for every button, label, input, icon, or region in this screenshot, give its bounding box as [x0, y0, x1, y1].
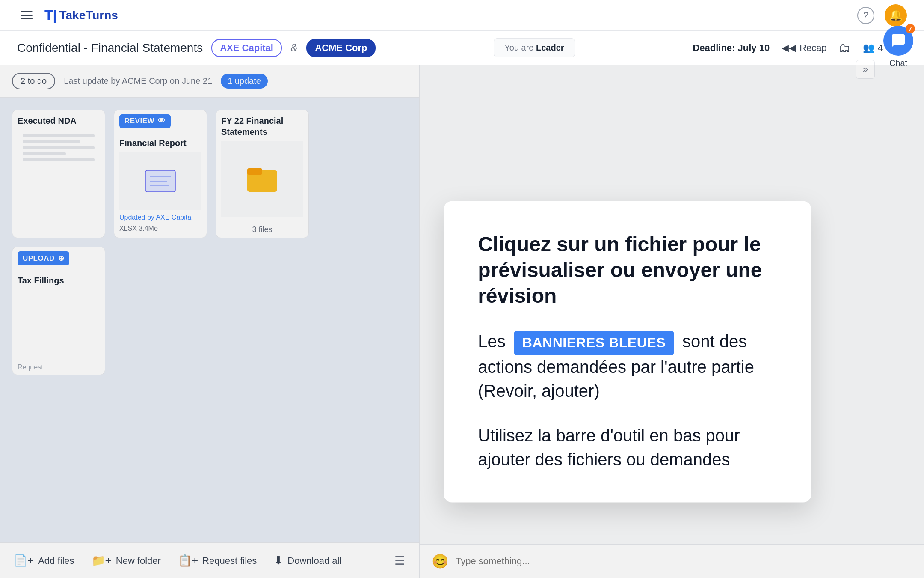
chat-badge: 7 — [906, 24, 915, 33]
file-card-body: Executed NDA — [12, 110, 105, 238]
add-files-icon: 📄+ — [14, 554, 34, 567]
logo-text: TakeTurns — [59, 9, 118, 22]
file-grid: Executed NDA REVIEW — [12, 110, 407, 375]
file-card-header-review: REVIEW 👁 — [114, 110, 207, 132]
new-folder-icon: 📁+ — [92, 554, 112, 567]
file-name-executed-nda: Executed NDA — [18, 115, 100, 126]
nda-line — [23, 152, 66, 155]
recap-button[interactable]: ◀◀ Recap — [782, 42, 827, 54]
nda-line — [23, 140, 80, 143]
nda-line — [23, 134, 95, 137]
new-folder-label: New folder — [116, 555, 161, 566]
file-name-tax-fillings: Tax Fillings — [18, 275, 100, 286]
review-label: REVIEW — [124, 117, 154, 125]
file-card-body-report: Financial Report Updated by AXE Capital … — [114, 132, 207, 238]
list-view-icon[interactable]: ☰ — [394, 554, 405, 568]
request-files-button[interactable]: 📋+ Request files — [178, 554, 257, 567]
help-icon[interactable]: ? — [857, 7, 874, 24]
party-tag-axe[interactable]: AXE Capital — [211, 39, 282, 57]
chat-icon — [891, 33, 906, 48]
file-panel: 2 to do Last update by ACME Corp on June… — [0, 65, 419, 578]
you-are-label: You are — [504, 43, 533, 52]
nda-preview — [18, 130, 100, 166]
chat-input-area: 😊 — [420, 544, 924, 578]
file-meta-updated: Updated by AXE Capital — [119, 214, 201, 221]
new-folder-button[interactable]: 📁+ New folder — [92, 554, 161, 567]
request-files-icon: 📋+ — [178, 554, 198, 567]
upload-icon: ⊕ — [58, 254, 65, 263]
header-row: Confidential - Financial Statements AXE … — [0, 31, 924, 65]
collapse-button[interactable]: » — [856, 60, 875, 79]
todo-badge[interactable]: 2 to do — [12, 73, 55, 89]
logo: T| TakeTurns — [44, 7, 118, 23]
file-card-tax-fillings[interactable]: UPLOAD ⊕ Tax Fillings Request — [12, 247, 105, 375]
recap-icon: ◀◀ — [782, 42, 796, 54]
file-name-financial-report: Financial Report — [119, 137, 201, 149]
you-are-badge: You are Leader — [494, 38, 575, 57]
review-banner: REVIEW 👁 — [119, 114, 171, 128]
chat-input[interactable] — [456, 556, 912, 567]
logo-icon: T| — [44, 7, 57, 23]
add-files-button[interactable]: 📄+ Add files — [14, 554, 74, 567]
file-preview-area-fy22 — [221, 141, 303, 217]
nda-line — [23, 146, 95, 149]
eye-icon: 👁 — [158, 117, 166, 125]
modal-section-1: Les BANNIERES BLEUES sont des actions de… — [478, 329, 777, 403]
file-card-executed-nda[interactable]: Executed NDA — [12, 110, 105, 238]
topbar-right: ? 🔔 — [857, 4, 907, 27]
topbar: T| TakeTurns ? 🔔 — [0, 0, 924, 31]
svg-rect-5 — [247, 168, 262, 175]
file-preview-area — [119, 152, 201, 210]
download-all-label: Download all — [287, 555, 341, 566]
modal-heading: Cliquez sur un fichier pour le prévisual… — [478, 232, 777, 309]
chat-label: Chat — [889, 58, 907, 68]
deadline-text: Deadline: July 10 — [693, 42, 770, 54]
upload-banner: UPLOAD ⊕ — [18, 251, 69, 265]
file-count-badge: 3 files — [216, 222, 308, 238]
file-card-fy22[interactable]: FY 22 Financial Statements 3 files — [216, 110, 309, 238]
folder-svg — [245, 164, 279, 194]
you-are-role: Leader — [536, 43, 564, 52]
nda-line — [23, 158, 95, 161]
bottom-toolbar: 📄+ Add files 📁+ New folder 📋+ Request fi… — [0, 542, 419, 578]
file-meta-size: XLSX 3.4Mo — [119, 225, 201, 232]
file-panel-toolbar: 2 to do Last update by ACME Corp on June… — [0, 65, 419, 98]
download-all-icon: ⬇ — [274, 554, 283, 567]
request-files-label: Request files — [202, 555, 257, 566]
ampersand: & — [290, 41, 298, 54]
modal-card[interactable]: Cliquez sur un fichier pour le prévisual… — [444, 201, 811, 502]
avatar[interactable]: 🔔 — [885, 4, 907, 27]
file-card-body-tax: Tax Fillings — [12, 270, 105, 360]
topbar-left: T| TakeTurns — [17, 7, 118, 23]
add-files-label: Add files — [38, 555, 74, 566]
hamburger-menu[interactable] — [17, 8, 36, 23]
file-card-financial-report[interactable]: REVIEW 👁 Financial Report — [114, 110, 207, 238]
party-tag-acme[interactable]: ACME Corp — [306, 39, 376, 57]
chat-bubble-button[interactable]: 7 — [883, 26, 913, 56]
update-badge[interactable]: 1 update — [221, 74, 268, 89]
header-center: You are Leader — [384, 38, 684, 57]
upload-label: UPLOAD — [23, 254, 55, 263]
file-grid-area: Executed NDA REVIEW — [0, 98, 419, 542]
modal-section-2: Utilisez la barre d'outil en bas pour aj… — [478, 423, 777, 471]
file-name-fy22: FY 22 Financial Statements — [221, 115, 303, 137]
modal-section1-before: Les — [478, 332, 506, 351]
download-all-button[interactable]: ⬇ Download all — [274, 554, 341, 567]
update-text: Last update by ACME Corp on June 21 — [64, 76, 212, 86]
blue-banner-badge: BANNIERES BLEUES — [514, 331, 674, 355]
emoji-button[interactable]: 😊 — [432, 553, 449, 569]
file-card-body-fy22: FY 22 Financial Statements — [216, 110, 308, 222]
archive-icon[interactable]: 🗂 — [839, 41, 851, 55]
recap-label: Recap — [800, 42, 827, 54]
main-content: 2 to do Last update by ACME Corp on June… — [0, 65, 924, 578]
file-card-header-upload: UPLOAD ⊕ — [12, 247, 105, 270]
doc-title: Confidential - Financial Statements — [17, 41, 203, 55]
chat-bubble-area: 7 Chat — [873, 26, 924, 68]
file-footer-request: Request — [12, 360, 105, 375]
file-preview-svg — [143, 168, 178, 194]
